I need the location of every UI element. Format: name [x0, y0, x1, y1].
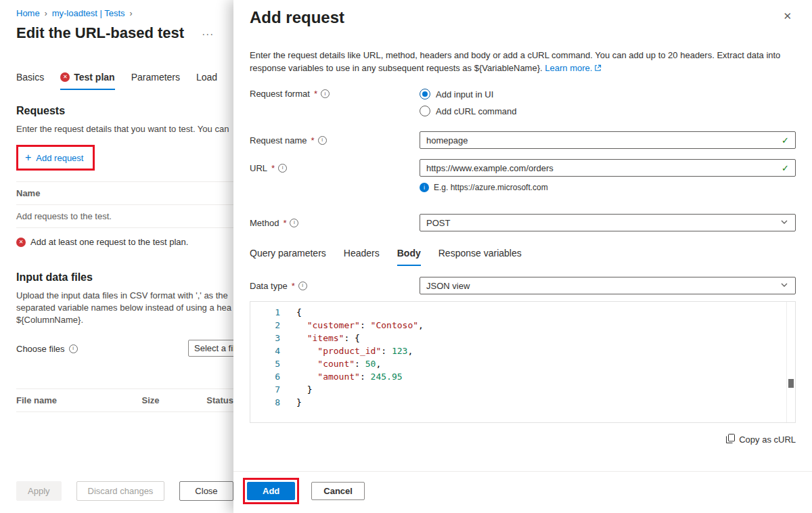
- line-number: 7: [250, 383, 280, 396]
- discard-changes-button[interactable]: Discard changes: [76, 481, 165, 501]
- tab-label: Headers: [344, 248, 380, 259]
- tab-label: Parameters: [131, 72, 180, 83]
- validation-error-text: Add at least one request to the test pla…: [30, 237, 188, 247]
- info-filled-icon: i: [420, 183, 429, 192]
- tab-response-variables[interactable]: Response variables: [438, 248, 522, 266]
- required-marker: *: [283, 218, 286, 228]
- status-header: Status: [206, 395, 233, 405]
- add-request-button[interactable]: + Add request: [21, 150, 87, 166]
- validation-error: ✕ Add at least one request to the test p…: [16, 237, 233, 247]
- tab-label: Load: [196, 72, 217, 83]
- cancel-button[interactable]: Cancel: [311, 482, 365, 500]
- panel-title: Add request: [250, 8, 344, 27]
- request-name-value: homepage: [426, 135, 468, 146]
- request-name-input[interactable]: homepage ✓: [420, 131, 796, 149]
- data-type-value: JSON view: [426, 281, 470, 291]
- chevron-down-icon: [780, 218, 788, 228]
- tab-label: Basics: [16, 72, 44, 83]
- info-icon: i: [298, 282, 307, 290]
- tab-parameters[interactable]: Parameters: [131, 72, 180, 90]
- code-line[interactable]: }: [296, 396, 795, 409]
- field-label-text: Method: [250, 218, 279, 228]
- required-marker: *: [271, 163, 275, 173]
- line-number: 6: [250, 370, 280, 383]
- panel-footer: Add Cancel: [233, 471, 812, 513]
- file-picker-input[interactable]: Select a fil: [188, 340, 233, 357]
- close-icon[interactable]: ✕: [779, 8, 796, 24]
- info-icon: i: [290, 219, 298, 227]
- background-page: Home › my-loadtest | Tests › Edit the UR…: [0, 0, 233, 513]
- radio-selected-icon: [420, 89, 430, 99]
- tab-label: Body: [397, 248, 421, 259]
- tab-test-plan[interactable]: ✕ Test plan: [60, 72, 114, 90]
- data-type-label: Data type* i: [250, 281, 420, 291]
- learn-more-link[interactable]: Learn more.: [545, 63, 592, 73]
- url-label: URL* i: [250, 163, 420, 173]
- code-line[interactable]: "items": {: [296, 332, 795, 344]
- add-request-label: Add request: [36, 153, 83, 163]
- copy-icon: [726, 434, 735, 445]
- field-label-text: Request format: [250, 89, 310, 99]
- field-label-text: URL: [250, 163, 267, 173]
- tab-label: Query parameters: [250, 248, 326, 259]
- tab-headers[interactable]: Headers: [344, 248, 380, 266]
- breadcrumb-separator-icon: ›: [130, 9, 133, 18]
- info-icon: i: [321, 89, 330, 98]
- requests-heading: Requests: [16, 105, 233, 117]
- more-options-icon[interactable]: ···: [202, 28, 214, 39]
- code-line[interactable]: "customer": "Contoso",: [296, 319, 795, 332]
- annotation-box: + Add request: [16, 145, 95, 171]
- json-body-editor[interactable]: 12345678 { "customer": "Contoso", "items…: [250, 301, 796, 423]
- breadcrumb-tests-link[interactable]: my-loadtest | Tests: [52, 8, 125, 18]
- copy-as-curl-button[interactable]: Copy as cURL: [726, 434, 796, 445]
- radio-add-input-in-ui[interactable]: Add input in UI: [420, 89, 796, 99]
- code-line[interactable]: "count": 50,: [296, 357, 795, 370]
- code-line[interactable]: "amount": 245.95: [296, 370, 795, 383]
- requests-empty-message: Add requests to the test.: [16, 205, 233, 228]
- files-table-header: File name Size Status: [16, 388, 233, 412]
- url-hint-text: E.g. https://azure.microsoft.com: [434, 183, 548, 192]
- required-marker: *: [314, 89, 317, 99]
- requests-name-header: Name: [16, 182, 233, 205]
- breadcrumb-home-link[interactable]: Home: [16, 8, 40, 18]
- scrollbar-thumb[interactable]: [788, 379, 794, 388]
- method-dropdown[interactable]: POST: [420, 214, 796, 231]
- request-detail-tabs: Query parameters Headers Body Response v…: [250, 248, 796, 266]
- page-title: Edit the URL-based test: [16, 24, 184, 42]
- url-hint: i E.g. https://azure.microsoft.com: [420, 183, 796, 192]
- url-input[interactable]: https://www.example.com/orders ✓: [420, 159, 796, 177]
- input-files-description-line: Upload the input data files in CSV forma…: [16, 290, 233, 302]
- add-button[interactable]: Add: [247, 482, 295, 500]
- tab-body[interactable]: Body: [397, 248, 421, 266]
- editor-scrollbar[interactable]: [786, 302, 795, 422]
- close-button[interactable]: Close: [179, 481, 233, 501]
- field-label-text: Request name: [250, 135, 307, 146]
- breadcrumb-separator-icon: ›: [45, 9, 47, 18]
- radio-label: Add cURL command: [436, 106, 516, 116]
- chevron-down-icon: [780, 281, 788, 291]
- radio-add-curl-command[interactable]: Add cURL command: [420, 106, 796, 116]
- request-format-options: Add input in UI Add cURL command: [420, 89, 796, 116]
- data-type-dropdown[interactable]: JSON view: [420, 277, 796, 294]
- code-line[interactable]: {: [296, 306, 795, 319]
- info-icon: i: [69, 344, 78, 353]
- page-tabs: Basics ✕ Test plan Parameters Load T: [16, 72, 233, 90]
- input-data-files-heading: Input data files: [16, 271, 233, 284]
- radio-unselected-icon: [420, 106, 430, 116]
- apply-button[interactable]: Apply: [16, 481, 62, 501]
- method-value: POST: [426, 218, 450, 228]
- code-line[interactable]: "product_id": 123,: [296, 344, 795, 357]
- valid-check-icon: ✓: [782, 163, 789, 173]
- error-icon: ✕: [60, 72, 70, 82]
- annotation-box: Add: [243, 478, 299, 504]
- request-format-label: Request format* i: [250, 89, 420, 99]
- valid-check-icon: ✓: [782, 135, 789, 146]
- tab-query-parameters[interactable]: Query parameters: [250, 248, 326, 266]
- requests-description: Enter the request details that you want …: [16, 123, 233, 135]
- tab-load[interactable]: Load: [196, 72, 217, 90]
- external-link-icon: [594, 64, 602, 74]
- tab-basics[interactable]: Basics: [16, 72, 44, 90]
- input-files-description-line: ${ColumnName}.: [16, 314, 233, 326]
- required-marker: *: [311, 135, 315, 146]
- code-line[interactable]: }: [296, 383, 795, 396]
